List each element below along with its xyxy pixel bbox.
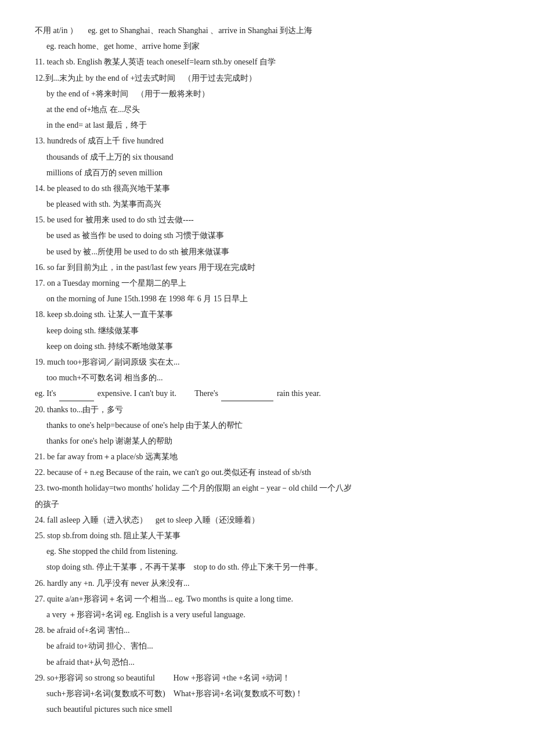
- line-24-text: eg. It's expensive. I can't buy it. Ther…: [35, 389, 321, 398]
- line-39: 28. be afraid of+名词 害怕...: [35, 623, 499, 638]
- line-30-text: 23. two-month holiday=two months' holida…: [35, 484, 352, 492]
- line-1-text: 不用 at/in ） eg. get to Shanghai、reach Sha…: [35, 26, 312, 35]
- line-44: such beautiful pictures such nice smell: [46, 702, 499, 717]
- reach-shanghai: reach Shanghai: [158, 26, 208, 35]
- line-7-text: in the end= at last 最后，终于: [46, 121, 147, 129]
- line-37-text: 27. quite a/an+形容词＋名词 一个相当... eg. Two mo…: [35, 595, 293, 603]
- line-34-text: eg. She stopped the child from listening…: [46, 547, 178, 556]
- line-19-text: 18. keep sb.doing sth. 让某人一直干某事: [35, 310, 173, 319]
- line-33-text: 25. stop sb.from doing sth. 阻止某人干某事: [35, 531, 181, 540]
- line-16: 16. so far 到目前为止，in the past/last few ye…: [35, 260, 499, 275]
- line-3-text: 11. teach sb. English 教某人英语 teach onesel…: [35, 57, 276, 66]
- line-36-text: 26. hardly any +n. 几乎没有 never 从来没有...: [35, 579, 189, 588]
- line-33: 25. stop sb.from doing sth. 阻止某人干某事: [35, 528, 499, 543]
- line-38: a very ＋形容词+名词 eg. English is a very use…: [46, 607, 499, 622]
- line-43: such+形容词+名词(复数或不可数) What+形容词+名词(复数或不可数)！: [46, 686, 499, 701]
- line-20: keep doing sth. 继续做某事: [46, 323, 499, 338]
- line-10-text: millions of 成百万的 seven million: [46, 168, 163, 177]
- line-21-text: keep on doing sth. 持续不断地做某事: [46, 342, 173, 351]
- blank-1: [59, 401, 94, 401]
- line-12-text: be pleased with sth. 为某事而高兴: [46, 200, 161, 208]
- blank-2: [221, 401, 273, 401]
- line-26-text: thanks to one's help=because of one's he…: [46, 421, 243, 430]
- line-8: 13. hundreds of 成百上千 five hundred: [35, 134, 499, 148]
- line-4-text: 12.到...末为止 by the end of +过去式时间 （用于过去完成时…: [35, 74, 257, 82]
- line-27: thanks for one's help 谢谢某人的帮助: [46, 434, 499, 448]
- line-30: 23. two-month holiday=two months' holida…: [35, 481, 499, 495]
- line-25: 20. thanks to...由于，多亏: [35, 402, 499, 417]
- line-40: be afraid to+动词 担心、害怕...: [46, 639, 499, 653]
- be-used-to: be used to: [109, 231, 142, 240]
- line-15: be used by 被...所使用 be used to do sth 被用来…: [46, 244, 499, 259]
- line-18: on the morning of June 15th.1998 在 1998 …: [46, 291, 499, 306]
- line-11: 14. be pleased to do sth 很高兴地干某事: [35, 181, 499, 196]
- line-38-text: a very ＋形容词+名词 eg. English is a very use…: [46, 610, 246, 619]
- line-34: eg. She stopped the child from listening…: [46, 544, 499, 559]
- line-41-text: be afraid that+从句 恐怕...: [46, 658, 135, 667]
- line-29-text: 22. because of + n.eg Because of the rai…: [35, 468, 311, 477]
- line-9-text: thousands of 成千上万的 six thousand: [46, 153, 174, 161]
- line-5-text: by the end of +将来时间 （用于一般将来时）: [46, 89, 210, 98]
- line-26: thanks to one's help=because of one's he…: [46, 418, 499, 433]
- line-31-text: 的孩子: [35, 500, 59, 509]
- line-11-text: 14. be pleased to do sth 很高兴地干某事: [35, 184, 170, 193]
- line-37: 27. quite a/an+形容词＋名词 一个相当... eg. Two mo…: [35, 592, 499, 606]
- line-2: eg. reach home、get home、arrive home 到家: [46, 39, 499, 53]
- line-23: too much+不可数名词 相当多的...: [46, 370, 499, 385]
- line-28: 21. be far away from＋a place/sb 远离某地: [35, 449, 499, 464]
- line-31: 的孩子: [35, 497, 499, 512]
- line-40-text: be afraid to+动词 担心、害怕...: [46, 642, 153, 650]
- line-4: 12.到...末为止 by the end of +过去式时间 （用于过去完成时…: [35, 71, 499, 85]
- line-10: millions of 成百万的 seven million: [46, 165, 499, 180]
- at-the-end: at the end: [46, 105, 78, 114]
- line-35-text: stop doing sth. 停止干某事，不再干某事 stop to do s…: [46, 563, 323, 571]
- line-15-text: be used by 被...所使用 be used to do sth 被用来…: [46, 247, 229, 256]
- line-44-text: such beautiful pictures such nice smell: [46, 705, 172, 714]
- line-12: be pleased with sth. 为某事而高兴: [46, 197, 499, 211]
- line-35: stop doing sth. 停止干某事，不再干某事 stop to do s…: [46, 560, 499, 574]
- line-7: in the end= at last 最后，终于: [46, 118, 499, 132]
- line-32: 24. fall asleep 入睡（进入状态） get to sleep 入睡…: [35, 513, 499, 527]
- line-6: at the end of+地点 在...尽头: [46, 102, 499, 117]
- line-17: 17. on a Tuesday morning 一个星期二的早上: [35, 276, 499, 290]
- line-25-text: 20. thanks to...由于，多亏: [35, 405, 123, 414]
- line-6-text: at the end of+地点 在...尽头: [46, 105, 140, 114]
- line-32-text: 24. fall asleep 入睡（进入状态） get to sleep 入睡…: [35, 516, 259, 524]
- line-21: keep on doing sth. 持续不断地做某事: [46, 339, 499, 354]
- line-43-text: such+形容词+名词(复数或不可数) What+形容词+名词(复数或不可数)！: [46, 689, 303, 698]
- line-5: by the end of +将来时间 （用于一般将来时）: [46, 87, 499, 101]
- line-13: 15. be used for 被用来 used to do sth 过去做--…: [35, 213, 499, 227]
- thanks-to: thanks to: [47, 405, 77, 414]
- line-14: be used as 被当作 be used to doing sth 习惯于做…: [46, 228, 499, 243]
- so-strong-so-beautiful: so strong so beautiful: [85, 674, 155, 682]
- line-39-text: 28. be afraid of+名词 害怕...: [35, 626, 129, 635]
- line-22: 19. much too+形容词／副词原级 实在太...: [35, 355, 499, 369]
- line-22-text: 19. much too+形容词／副词原级 实在太...: [35, 358, 179, 366]
- line-24: eg. It's expensive. I can't buy it. Ther…: [35, 386, 499, 401]
- line-9: thousands of 成千上万的 six thousand: [46, 150, 499, 164]
- line-14-text: be used as 被当作 be used to doing sth 习惯于做…: [46, 231, 224, 240]
- line-2-text: eg. reach home、get home、arrive home 到家: [46, 42, 200, 51]
- line-41: be afraid that+从句 恐怕...: [46, 655, 499, 669]
- tuesday-morning: Tuesday morning: [63, 279, 120, 287]
- line-17-text: 17. on a Tuesday morning 一个星期二的早上: [35, 279, 186, 287]
- line-3: 11. teach sb. English 教某人英语 teach onesel…: [35, 55, 499, 69]
- line-13-text: 15. be used for 被用来 used to do sth 过去做--…: [35, 215, 194, 224]
- line-42-text: 29. so+形容词 so strong so beautiful How +形…: [35, 674, 290, 682]
- line-36: 26. hardly any +n. 几乎没有 never 从来没有...: [35, 576, 499, 591]
- line-42: 29. so+形容词 so strong so beautiful How +形…: [35, 671, 499, 685]
- line-29: 22. because of + n.eg Because of the rai…: [35, 465, 499, 480]
- line-28-text: 21. be far away from＋a place/sb 远离某地: [35, 452, 178, 461]
- line-18-text: on the morning of June 15th.1998 在 1998 …: [46, 294, 248, 303]
- line-23-text: too much+不可数名词 相当多的...: [46, 373, 163, 382]
- line-1: 不用 at/in ） eg. get to Shanghai、reach Sha…: [35, 23, 499, 38]
- line-8-text: 13. hundreds of 成百上千 five hundred: [35, 136, 164, 145]
- line-19: 18. keep sb.doing sth. 让某人一直干某事: [35, 307, 499, 322]
- line-20-text: keep doing sth. 继续做某事: [46, 326, 139, 335]
- line-27-text: thanks for one's help 谢谢某人的帮助: [46, 437, 172, 445]
- thanks-for-one: thanks for one: [46, 437, 93, 445]
- line-16-text: 16. so far 到目前为止，in the past/last few ye…: [35, 263, 255, 272]
- main-content: 不用 at/in ） eg. get to Shanghai、reach Sha…: [35, 23, 499, 717]
